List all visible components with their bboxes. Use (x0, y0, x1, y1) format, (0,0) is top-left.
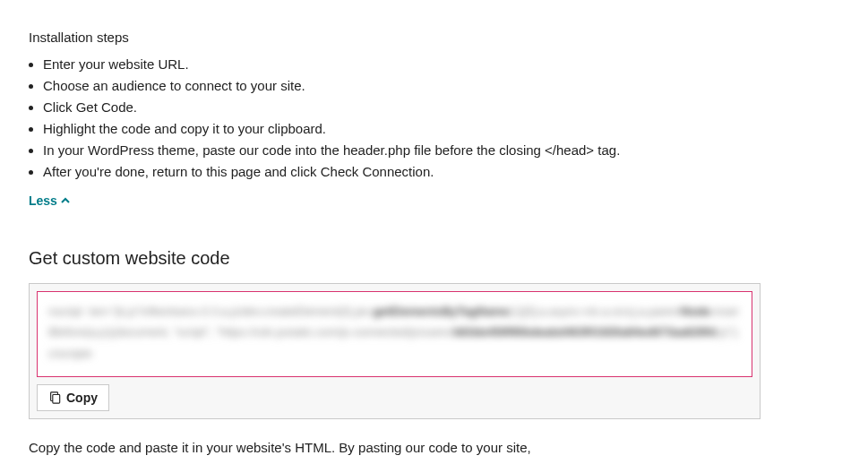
less-toggle[interactable]: Less (29, 191, 70, 211)
list-item: After you're done, return to this page a… (43, 161, 839, 183)
list-item: Highlight the code and copy it to your c… (43, 118, 839, 140)
copy-icon (48, 391, 61, 404)
installation-steps-list: Enter your website URL. Choose an audien… (29, 54, 839, 183)
list-item: Click Get Code. (43, 97, 839, 118)
chevron-up-icon (61, 196, 70, 205)
blurred-code: nscript ker="jk.js"infkentsecx.0.3.a.jci… (48, 301, 741, 364)
less-label: Less (29, 191, 57, 211)
get-code-heading: Get custom website code (29, 244, 839, 272)
svg-rect-1 (53, 395, 60, 404)
code-snippet-box[interactable]: nscript ker="jk.js"infkentsecx.0.3.a.jci… (37, 291, 752, 377)
paste-instructions: Copy the code and paste it in your websi… (29, 437, 656, 464)
copy-button[interactable]: Copy (37, 384, 109, 411)
copy-label: Copy (66, 391, 98, 405)
list-item: Choose an audience to connect to your si… (43, 75, 839, 97)
list-item: In your WordPress theme, paste our code … (43, 140, 839, 161)
instructions-line1: Copy the code and paste it in your websi… (29, 440, 531, 455)
list-item: Enter your website URL. (43, 54, 839, 75)
installation-steps-title: Installation steps (29, 27, 839, 48)
code-panel: nscript ker="jk.js"infkentsecx.0.3.a.jci… (29, 283, 761, 419)
